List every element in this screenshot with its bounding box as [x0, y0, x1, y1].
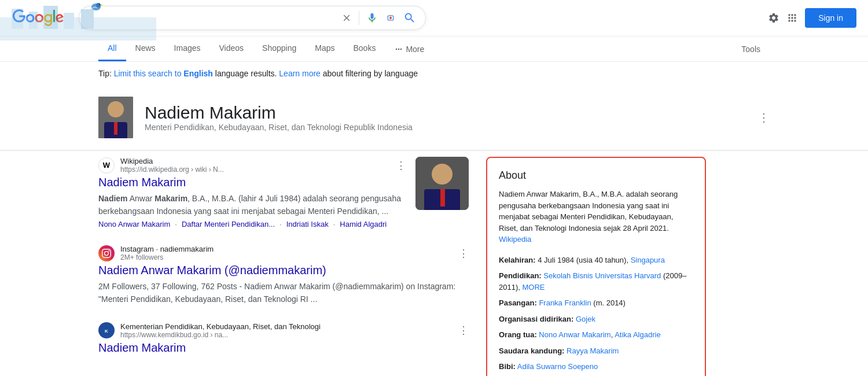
tip-link2[interactable]: English — [183, 69, 213, 78]
kemdikbud-source-url: https://www.kemdikbud.go.id › na... — [120, 331, 321, 339]
google-logo[interactable] — [12, 9, 65, 27]
tip-prefix: Tip: — [98, 69, 114, 78]
result-link-hamid[interactable]: Hamid Algadri — [340, 220, 387, 228]
result-title-kemdikbud[interactable]: Nadiem Makarim — [98, 341, 469, 355]
clear-icon — [341, 13, 352, 23]
result-source: W Wikipedia https://id.wikipedia.org › w… — [98, 157, 406, 174]
kp-label-pasangan: Pasangan: — [499, 298, 537, 307]
result-source-info: Wikipedia https://id.wikipedia.org › wik… — [120, 157, 224, 174]
instagram-logo — [102, 249, 111, 258]
kp-link-franka[interactable]: Franka Franklin — [539, 298, 591, 307]
settings-icon — [768, 12, 779, 24]
result-source-url: https://id.wikipedia.org › wiki › N... — [120, 165, 224, 174]
kp-label-orangtua: Orang tua: — [499, 330, 537, 339]
result-title-instagram[interactable]: Nadiem Anwar Makarim (@nadiemmakarim) — [98, 264, 469, 277]
tip-link3[interactable]: Learn more — [279, 69, 321, 78]
divider — [359, 11, 359, 25]
tab-more-label: More — [406, 45, 424, 54]
svg-point-5 — [389, 17, 392, 19]
person-more-button[interactable]: ⋮ — [758, 110, 770, 124]
kp-description: Nadiem Anwar Makarim, B.A., M.B.A. adala… — [499, 189, 693, 245]
svg-point-3 — [99, 4, 100, 5]
kp-row-bibi: Bibi: Adila Suwarno Soepeno — [499, 361, 693, 373]
knowledge-panel: About Nadiem Anwar Makarim, B.A., M.B.A.… — [486, 157, 706, 376]
tab-all[interactable]: All — [98, 36, 126, 61]
instagram-source-name: Instagram · nadiemmakarim — [120, 245, 214, 253]
search-results: W Wikipedia https://id.wikipedia.org › w… — [98, 157, 469, 376]
tab-more[interactable]: More — [385, 38, 433, 61]
tip-link1[interactable]: Limit this search to — [114, 69, 182, 78]
person-avatar — [98, 97, 133, 138]
tab-maps[interactable]: Maps — [306, 36, 344, 61]
instagram-icon — [98, 245, 115, 261]
more-icon — [394, 45, 403, 54]
kp-link-gojek[interactable]: Gojek — [576, 315, 595, 323]
voice-search-button[interactable] — [366, 12, 378, 24]
kp-link-rayya[interactable]: Rayya Makarim — [567, 346, 619, 355]
search-icons — [341, 11, 416, 25]
search-bar[interactable]: nadiem makarim — [79, 6, 426, 30]
kp-link-singapura[interactable]: Singapura — [631, 256, 665, 264]
kemdikbud-icon: K — [98, 322, 115, 338]
sign-in-button[interactable]: Sign in — [805, 8, 856, 28]
kp-label-bibi: Bibi: — [499, 362, 516, 371]
tab-images[interactable]: Images — [165, 36, 210, 61]
lens-search-button[interactable] — [385, 12, 396, 24]
settings-button[interactable] — [768, 12, 779, 24]
kp-label-pendidikan: Pendidikan: — [499, 271, 542, 280]
wiki-image-svg — [415, 157, 469, 210]
instagram-options-button[interactable]: ⋮ — [458, 247, 469, 260]
search-input[interactable]: nadiem makarim — [89, 13, 337, 23]
apps-icon — [786, 12, 798, 24]
tab-books[interactable]: Books — [344, 36, 385, 61]
nav-tabs: All News Images Videos Shopping Maps Boo… — [0, 36, 868, 62]
apps-button[interactable] — [786, 12, 798, 24]
kp-link-harvard[interactable]: Sekolah Bisnis Universitas Harvard — [543, 271, 661, 280]
svg-point-8 — [108, 101, 124, 117]
result-snippet-wikipedia: Nadiem Anwar Makarim, B.A., M.B.A. (lahi… — [98, 193, 406, 218]
result-options-button[interactable]: ⋮ — [396, 159, 406, 172]
kp-link-adila[interactable]: Adila Suwarno Soepeno — [517, 362, 598, 371]
kp-link-atika[interactable]: Atika Algadrie — [615, 330, 661, 339]
dot3: · — [333, 220, 336, 228]
kp-row-kelahiran: Kelahiran: 4 Juli 1984 (usia 40 tahun), … — [499, 255, 693, 266]
web-search-button[interactable] — [403, 12, 416, 24]
person-photo-svg — [98, 97, 133, 138]
svg-rect-6 — [389, 15, 392, 16]
kp-label-organisasi: Organisasi didirikan: — [499, 315, 573, 323]
dot2: · — [279, 220, 282, 228]
result-wikipedia: W Wikipedia https://id.wikipedia.org › w… — [98, 157, 469, 228]
kp-row-organisasi: Organisasi didirikan: Gojek — [499, 314, 693, 325]
kp-row-pendidikan: Pendidikan: Sekolah Bisnis Universitas H… — [499, 270, 693, 293]
svg-text:K: K — [105, 329, 108, 334]
result-with-image: W Wikipedia https://id.wikipedia.org › w… — [98, 157, 469, 228]
kp-wikipedia-link[interactable]: Wikipedia — [499, 235, 531, 244]
mic-icon — [366, 12, 378, 24]
tools-button[interactable]: Tools — [732, 38, 770, 61]
result-link-daftar[interactable]: Daftar Menteri Pendidikan... — [182, 220, 275, 228]
person-info: Nadiem Makarim Menteri Pendidikan, Kebud… — [145, 103, 746, 132]
kp-link-more[interactable]: MORE — [522, 283, 545, 292]
kemdikbud-options-button[interactable]: ⋮ — [458, 324, 469, 337]
result-title-wikipedia[interactable]: Nadiem Makarim — [98, 176, 406, 189]
tab-videos[interactable]: Videos — [210, 36, 253, 61]
result-snippet-instagram: 2M Followers, 37 Following, 762 Posts - … — [98, 281, 469, 305]
result-link-indriati[interactable]: Indriati Iskak — [286, 220, 329, 228]
kp-link-nono[interactable]: Nono Anwar Makarim — [539, 330, 610, 339]
result-link-nono[interactable]: Nono Anwar Makarim — [98, 220, 170, 228]
clear-search-button[interactable] — [341, 13, 352, 23]
svg-point-13 — [432, 164, 453, 185]
wikipedia-result-image — [415, 157, 469, 210]
main-content: W Wikipedia https://id.wikipedia.org › w… — [0, 151, 868, 376]
tab-shopping[interactable]: Shopping — [253, 36, 306, 61]
kemdikbud-logo: K — [100, 323, 113, 337]
kemdikbud-source-info: Kementerian Pendidikan, Kebudayaan, Rise… — [120, 322, 321, 339]
tip-suffix: about filtering by language — [323, 69, 418, 78]
kp-label-saudara: Saudara kandung: — [499, 346, 564, 355]
person-name: Nadiem Makarim — [145, 103, 746, 123]
google-logo-svg — [12, 9, 65, 27]
svg-marker-2 — [101, 4, 103, 6]
kemdikbud-source-name: Kementerian Pendidikan, Kebudayaan, Rise… — [120, 322, 321, 331]
tab-news[interactable]: News — [126, 36, 165, 61]
kp-row-pasangan: Pasangan: Franka Franklin (m. 2014) — [499, 297, 693, 309]
